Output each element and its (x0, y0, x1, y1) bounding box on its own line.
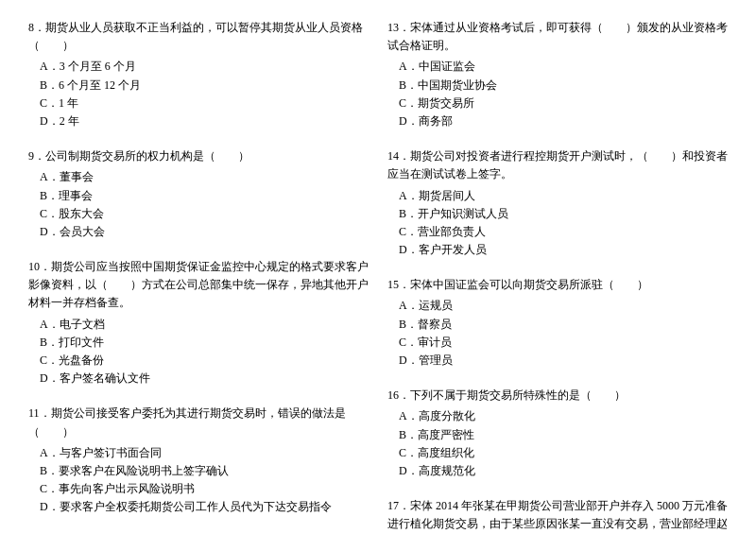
q10-option-b: B．打印文件 (28, 334, 369, 352)
q8-option-d: D．2 年 (28, 112, 369, 130)
page-container: 8．期货从业人员获取不正当利益的，可以暂停其期货从业人员资格（ ） A．3 个月… (28, 19, 728, 534)
q17-text: 17．宋体 2014 年张某在甲期货公司营业部开户并存入 5000 万元准备进行… (387, 497, 728, 534)
q8-option-a: A．3 个月至 6 个月 (28, 58, 369, 76)
q16-option-b: B．高度严密性 (387, 426, 728, 444)
q11-option-b: B．要求客户在风险说明书上签字确认 (28, 462, 369, 480)
q16-text: 16．下列不属于期货交易所特殊性的是（ ） (387, 387, 728, 405)
q15-option-b: B．督察员 (387, 316, 728, 334)
question-13: 13．宋体通过从业资格考试后，即可获得（ ）颁发的从业资格考试合格证明。 A．中… (387, 19, 728, 130)
q9-option-b: B．理事会 (28, 187, 369, 205)
question-10: 10．期货公司应当按照中国期货保证金监控中心规定的格式要求客户影像资料，以（ ）… (28, 258, 369, 388)
q16-option-a: A．高度分散化 (387, 407, 728, 425)
q14-option-b: B．开户知识测试人员 (387, 205, 728, 223)
q9-option-c: C．股东大会 (28, 205, 369, 223)
question-8: 8．期货从业人员获取不正当利益的，可以暂停其期货从业人员资格（ ） A．3 个月… (28, 19, 369, 130)
q9-text: 9．公司制期货交易所的权力机构是（ ） (28, 147, 369, 165)
q10-option-c: C．光盘备份 (28, 352, 369, 370)
q13-option-b: B．中国期货业协会 (387, 77, 728, 95)
question-16: 16．下列不属于期货交易所特殊性的是（ ） A．高度分散化 B．高度严密性 C．… (387, 387, 728, 480)
left-column: 8．期货从业人员获取不正当利益的，可以暂停其期货从业人员资格（ ） A．3 个月… (28, 19, 369, 534)
q16-option-c: C．高度组织化 (387, 444, 728, 462)
q9-option-a: A．董事会 (28, 168, 369, 186)
q15-option-c: C．审计员 (387, 334, 728, 352)
q14-option-a: A．期货居间人 (387, 187, 728, 205)
q14-option-d: D．客户开发人员 (387, 241, 728, 259)
q9-option-d: D．会员大会 (28, 223, 369, 241)
q10-option-a: A．电子文档 (28, 316, 369, 334)
question-11: 11．期货公司接受客户委托为其进行期货交易时，错误的做法是（ ） A．与客户签订… (28, 405, 369, 516)
q15-text: 15．宋体中国证监会可以向期货交易所派驻（ ） (387, 276, 728, 294)
q8-option-c: C．1 年 (28, 95, 369, 112)
q15-option-a: A．运规员 (387, 297, 728, 315)
q10-option-d: D．客户签名确认文件 (28, 370, 369, 388)
q11-text: 11．期货公司接受客户委托为其进行期货交易时，错误的做法是（ ） (28, 405, 369, 440)
question-15: 15．宋体中国证监会可以向期货交易所派驻（ ） A．运规员 B．督察员 C．审计… (387, 276, 728, 370)
q11-option-a: A．与客户签订书面合同 (28, 444, 369, 462)
q13-option-c: C．期货交易所 (387, 95, 728, 112)
q11-option-d: D．要求客户全权委托期货公司工作人员代为下达交易指令 (28, 498, 369, 516)
right-column: 13．宋体通过从业资格考试后，即可获得（ ）颁发的从业资格考试合格证明。 A．中… (387, 19, 728, 534)
q13-text: 13．宋体通过从业资格考试后，即可获得（ ）颁发的从业资格考试合格证明。 (387, 19, 728, 55)
q13-option-a: A．中国证监会 (387, 58, 728, 76)
q16-option-d: D．高度规范化 (387, 462, 728, 480)
q8-text: 8．期货从业人员获取不正当利益的，可以暂停其期货从业人员资格（ ） (28, 19, 369, 55)
q11-option-c: C．事先向客户出示风险说明书 (28, 480, 369, 498)
question-9: 9．公司制期货交易所的权力机构是（ ） A．董事会 B．理事会 C．股东大会 D… (28, 147, 369, 241)
q15-option-d: D．管理员 (387, 352, 728, 370)
q14-option-c: C．营业部负责人 (387, 223, 728, 241)
page-content: 8．期货从业人员获取不正当利益的，可以暂停其期货从业人员资格（ ） A．3 个月… (28, 19, 728, 534)
question-14: 14．期货公司对投资者进行程控期货开户测试时，（ ）和投资者应当在测试试卷上签字… (387, 147, 728, 259)
q10-text: 10．期货公司应当按照中国期货保证金监控中心规定的格式要求客户影像资料，以（ ）… (28, 258, 369, 313)
q14-text: 14．期货公司对投资者进行程控期货开户测试时，（ ）和投资者应当在测试试卷上签字… (387, 147, 728, 183)
question-17: 17．宋体 2014 年张某在甲期货公司营业部开户并存入 5000 万元准备进行… (387, 497, 728, 534)
q13-option-d: D．商务部 (387, 112, 728, 130)
q8-option-b: B．6 个月至 12 个月 (28, 77, 369, 95)
